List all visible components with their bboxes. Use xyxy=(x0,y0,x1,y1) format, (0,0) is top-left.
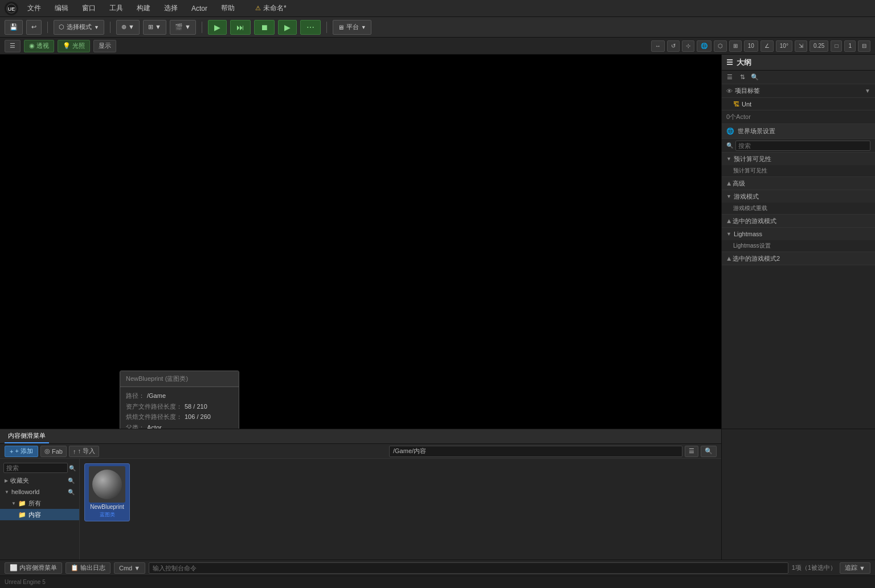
play-alt-button[interactable]: ▶ xyxy=(278,20,297,35)
save-button[interactable]: 💾 xyxy=(5,20,23,35)
scale-toggle[interactable]: ⇲ xyxy=(795,40,807,52)
filter-button[interactable]: ☰ xyxy=(685,446,698,457)
grid-toggle[interactable]: ⊞ xyxy=(729,40,742,52)
perspective-icon: ◉ xyxy=(29,42,35,50)
path-label: 路径： xyxy=(126,390,145,401)
section-game-mode-child[interactable]: 游戏模式重载 xyxy=(722,203,875,214)
cmd-input[interactable] xyxy=(149,562,788,574)
bottom-right-panel xyxy=(721,429,875,560)
project-label-tree: helloworld xyxy=(11,488,40,495)
perspective-button[interactable]: ◉ 透视 xyxy=(24,40,54,52)
menu-select[interactable]: 选择 xyxy=(162,2,180,14)
fab-icon: ◎ xyxy=(44,447,50,455)
bt-output-tab[interactable]: 📋 输出日志 xyxy=(66,562,111,574)
project-name: 未命名* xyxy=(263,3,287,13)
stop-button[interactable]: ⏹ xyxy=(254,20,275,35)
dropdown-arrow: ▼ xyxy=(94,24,99,30)
status-bar: Unreal Engine 5 xyxy=(0,575,875,588)
fab-button[interactable]: ◎ Fab xyxy=(40,446,67,457)
sep2 xyxy=(110,22,111,33)
menu-edit[interactable]: 编辑 xyxy=(52,2,71,14)
menu-tools[interactable]: 工具 xyxy=(107,2,125,14)
menu-file[interactable]: 文件 xyxy=(25,2,43,14)
play-button[interactable]: ▶ xyxy=(208,20,227,35)
viewport-right-tools: ↔ ↺ ⊹ 🌐 ⬡ ⊞ 10 ∠ 10° ⇲ 0.25 □ 1 ⊟ xyxy=(651,40,870,52)
select-mode-button[interactable]: ⬡ 选择模式 ▼ xyxy=(54,20,104,35)
outline-filter-btn[interactable]: ☰ xyxy=(724,72,735,83)
layout-button[interactable]: ⊟ xyxy=(858,40,870,52)
menu-help[interactable]: 帮助 xyxy=(219,2,237,14)
import-button[interactable]: ↑ ↑ 导入 xyxy=(69,446,99,457)
asset-newblueprint[interactable]: NewBlueprint 蓝图类 xyxy=(84,463,130,521)
section-precomputed-vis-header[interactable]: ▼ 预计算可见性 xyxy=(722,153,875,165)
rotate-button[interactable]: ↺ xyxy=(667,40,680,52)
main-toolbar: 💾 ↩ ⬡ 选择模式 ▼ ⊕ ▼ ⊞ ▼ 🎬 ▼ ▶ ⏭ ⏹ ▶ ⋯ 🖥 平台 … xyxy=(0,17,875,38)
angle-toggle[interactable]: ∠ xyxy=(760,40,774,52)
section-lightmass-child[interactable]: Lightmass设置 xyxy=(722,240,875,252)
menu-window[interactable]: 窗口 xyxy=(80,2,98,14)
cursor-icon: ⬡ xyxy=(59,23,64,31)
lighting-icon: 💡 xyxy=(63,42,71,50)
fab-label: Fab xyxy=(52,448,63,455)
tree-project[interactable]: ▼ helloworld 🔍 xyxy=(0,486,79,497)
hamburger-button[interactable]: ☰ xyxy=(5,40,21,52)
eye-icon: 👁 xyxy=(726,88,733,94)
viewport[interactable]: NewBlueprint (蓝图类) 路径： /Game 资产文件路径长度： 5… xyxy=(0,55,721,429)
display-label: 显示 xyxy=(99,42,111,50)
section-game-mode-header[interactable]: ▼ 游戏模式 xyxy=(722,190,875,203)
world-button[interactable]: 🌐 xyxy=(697,40,712,52)
scale-button[interactable]: ⊹ xyxy=(682,40,694,52)
bt-content-tab[interactable]: ⬜ 内容侧滑菜单 xyxy=(5,562,62,574)
chevron-down-icon2: ▼ xyxy=(726,194,731,199)
menu-actor[interactable]: Actor xyxy=(189,3,210,14)
section-advanced-label: 高级 xyxy=(733,179,745,188)
tree-favorites[interactable]: ▶ 收藏夹 🔍 xyxy=(0,475,79,486)
tree-all[interactable]: ▼ 📁 所有 xyxy=(0,497,79,509)
section-selected-game-mode2-header[interactable]: ▶ 选中的游戏模式2 xyxy=(722,252,875,265)
undo-button[interactable]: ↩ xyxy=(26,20,42,35)
section-selected-game-mode-header[interactable]: ▶ 选中的游戏模式 xyxy=(722,215,875,227)
cb-tab-content[interactable]: 内容侧滑菜单 xyxy=(5,429,49,443)
tree-search-bar: 🔍 xyxy=(0,461,79,475)
path-value: /Game/内容 xyxy=(393,447,426,455)
menu-build[interactable]: 构建 xyxy=(134,2,153,14)
world-settings-header[interactable]: 🌐 世界场景设置 xyxy=(722,124,875,139)
outline-sort-btn[interactable]: ⇅ xyxy=(737,72,748,83)
outline-search-btn[interactable]: 🔍 xyxy=(749,72,760,83)
cmd-dropdown-btn[interactable]: Cmd ▼ xyxy=(114,562,145,574)
viewport-toolbar: ☰ ◉ 透视 💡 光照 显示 ↔ ↺ ⊹ 🌐 ⬡ ⊞ 10 ∠ 10° ⇲ 0.… xyxy=(0,38,875,55)
parent-label: 父类： xyxy=(126,422,145,429)
chevron-right-icon3: ▶ xyxy=(726,257,731,261)
tracer-button[interactable]: 追踪 ▼ xyxy=(840,562,870,574)
platform-label: 平台 xyxy=(346,23,359,31)
all-folder-icon: 📁 xyxy=(18,500,26,507)
play-more-button[interactable]: ⋯ xyxy=(300,20,321,35)
cb-search-button[interactable]: 🔍 xyxy=(701,446,717,457)
section-advanced-header[interactable]: ▶ 高级 xyxy=(722,177,875,190)
world-search-input[interactable] xyxy=(735,141,870,151)
surface-button[interactable]: ⬡ xyxy=(714,40,727,52)
actor-merge-button[interactable]: ⊞ ▼ xyxy=(143,20,166,35)
section-lightmass-header[interactable]: ▼ Lightmass xyxy=(722,228,875,240)
grid-value: 10 xyxy=(744,40,758,52)
tree-search-input[interactable] xyxy=(3,463,68,473)
chevron-right-icon: ▶ xyxy=(726,182,731,186)
tree-content[interactable]: 📁 内容 xyxy=(0,509,79,520)
lighting-button[interactable]: 💡 光照 xyxy=(58,40,90,52)
asset-path-value: 58 / 210 xyxy=(185,401,207,412)
section-precomputed-vis-child[interactable]: 预计算可见性 xyxy=(722,165,875,176)
world-settings-icon: 🌐 xyxy=(726,128,734,135)
display-button[interactable]: 显示 xyxy=(93,40,116,52)
platform-button[interactable]: 🖥 平台 ▼ xyxy=(333,20,371,35)
snap-toggle[interactable]: □ xyxy=(831,40,842,52)
cmd-label: Cmd xyxy=(119,565,132,571)
play-next-button[interactable]: ⏭ xyxy=(230,20,251,35)
sep1 xyxy=(47,22,48,33)
add-button[interactable]: + + 添加 xyxy=(5,446,38,457)
translate-button[interactable]: ↔ xyxy=(651,40,665,52)
filter-icon: ☰ xyxy=(689,447,694,455)
popup-asset-type: (蓝图类) xyxy=(165,375,188,382)
camera-button[interactable]: 🎬 ▼ xyxy=(170,20,196,35)
actor-add-button[interactable]: ⊕ ▼ xyxy=(116,20,140,35)
angle-value: 10° xyxy=(776,40,792,52)
